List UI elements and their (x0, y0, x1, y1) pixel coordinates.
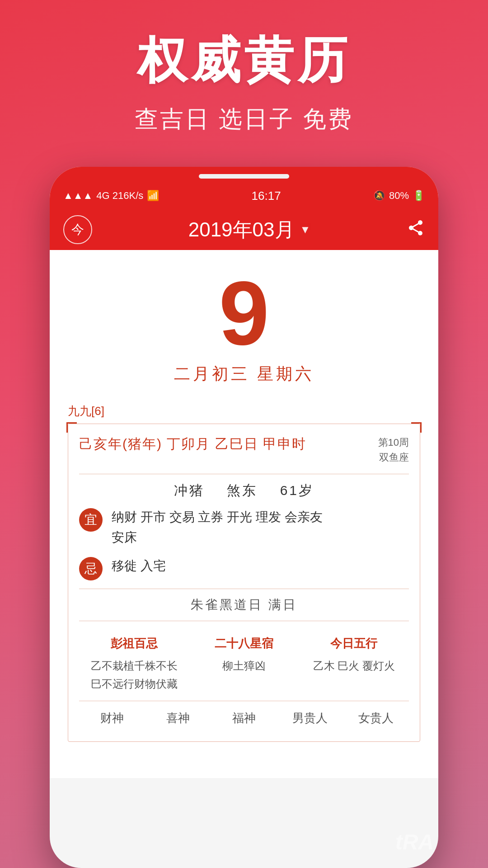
footer-xishen: 喜神 (145, 710, 211, 726)
status-time: 16:17 (252, 189, 281, 203)
lunar-date: 二月初三 (174, 364, 250, 383)
col-xingsu: 二十八星宿 柳土獐凶 (189, 636, 299, 694)
ji-text: 移徙 入宅 (112, 556, 409, 576)
week-num: 第10周 (378, 435, 409, 450)
ganzhi-text: 己亥年(猪年) 丁卯月 乙巳日 甲申时 (79, 435, 306, 453)
col1-title: 彭祖百忌 (79, 636, 189, 651)
wifi-icon: 📶 (147, 190, 159, 202)
share-button[interactable] (407, 219, 425, 241)
app-header: 今 2019年03月 ▼ (50, 209, 438, 250)
ji-badge: 忌 (79, 557, 103, 580)
yi-row: 宜 纳财 开市 交易 立券 开光 理发 会亲友安床 (79, 507, 409, 548)
calendar-section: 九九[6] 己亥年(猪年) 丁卯月 乙巳日 甲申时 第10周 双鱼座 冲猪 煞东 (68, 403, 420, 742)
three-col: 彭祖百忌 乙不栽植千株不长 巳不远行财物伏藏 二十八星宿 柳土獐凶 今日五行 乙… (79, 628, 409, 694)
ji-row: 忌 移徙 入宅 (79, 556, 409, 580)
jiu-label: 九九[6] (68, 403, 420, 419)
bottom-area (50, 742, 438, 778)
col1-line1: 乙不栽植千株不长 (91, 660, 178, 672)
sha-text: 煞东 (227, 483, 258, 498)
signal-icon: ▲▲▲ (63, 190, 93, 202)
top-section: 权威黄历 查吉日 选日子 免费 (0, 0, 488, 153)
age-text: 61岁 (280, 483, 314, 498)
phone-notch-area (50, 167, 438, 182)
alarm-icon: 🔕 (373, 190, 385, 202)
chong-text: 冲猪 (174, 483, 205, 498)
footer-fushen: 福神 (211, 710, 277, 726)
footer-row: 财神 喜神 福神 男贵人 女贵人 (79, 701, 409, 731)
brand-watermark: tRA (395, 830, 434, 854)
divider-2 (79, 589, 409, 589)
col3-content: 乙木 巳火 覆灯火 (299, 657, 409, 675)
phone-mockup: ▲▲▲ 4G 216K/s 📶 16:17 🔕 80% 🔋 今 2019年03月… (50, 167, 438, 868)
signal-text: 4G 216K/s (96, 190, 143, 202)
month-title[interactable]: 2019年03月 ▼ (188, 217, 311, 243)
black-day: 朱雀黑道日 满日 (79, 596, 409, 613)
month-text: 2019年03月 (188, 217, 295, 243)
col2-title: 二十八星宿 (189, 636, 299, 651)
weekday: 星期六 (257, 364, 314, 383)
status-left: ▲▲▲ 4G 216K/s 📶 (63, 190, 159, 202)
yi-badge: 宜 (79, 508, 103, 532)
col-pengzu: 彭祖百忌 乙不栽植千株不长 巳不远行财物伏藏 (79, 636, 189, 694)
zodiac: 双鱼座 (378, 450, 409, 465)
week-zodiac: 第10周 双鱼座 (378, 435, 409, 465)
footer-nv-guiren: 女贵人 (343, 710, 409, 726)
col1-line2: 巳不远行财物伏藏 (91, 678, 178, 690)
main-content: 9 二月初三 星期六 九九[6] 己亥年(猪年) 丁卯月 乙巳日 甲申时 第10… (50, 250, 438, 742)
chong-row: 冲猪 煞东 61岁 (79, 481, 409, 500)
footer-nan-guiren: 男贵人 (277, 710, 343, 726)
ganzhi-row: 己亥年(猪年) 丁卯月 乙巳日 甲申时 第10周 双鱼座 (79, 435, 409, 465)
date-info: 二月初三 星期六 (174, 363, 314, 385)
col3-title: 今日五行 (299, 636, 409, 651)
date-number: 9 (219, 268, 269, 359)
status-right: 🔕 80% 🔋 (373, 190, 425, 202)
notch (199, 174, 289, 179)
info-card: 己亥年(猪年) 丁卯月 乙巳日 甲申时 第10周 双鱼座 冲猪 煞东 61岁 (68, 424, 420, 742)
yi-text: 纳财 开市 交易 立券 开光 理发 会亲友安床 (112, 507, 409, 548)
footer-caishen: 财神 (79, 710, 145, 726)
divider-1 (79, 474, 409, 474)
battery-icon: 🔋 (413, 190, 425, 202)
main-title: 权威黄历 (18, 27, 470, 94)
status-bar: ▲▲▲ 4G 216K/s 📶 16:17 🔕 80% 🔋 (50, 182, 438, 209)
today-button[interactable]: 今 (63, 215, 92, 244)
col2-content: 柳土獐凶 (189, 657, 299, 675)
col-wuxing: 今日五行 乙木 巳火 覆灯火 (299, 636, 409, 694)
dropdown-arrow-icon: ▼ (300, 223, 311, 236)
battery-text: 80% (389, 190, 409, 202)
col1-content: 乙不栽植千株不长 巳不远行财物伏藏 (79, 657, 189, 694)
sub-title: 查吉日 选日子 免费 (18, 104, 470, 135)
divider-3 (79, 621, 409, 621)
